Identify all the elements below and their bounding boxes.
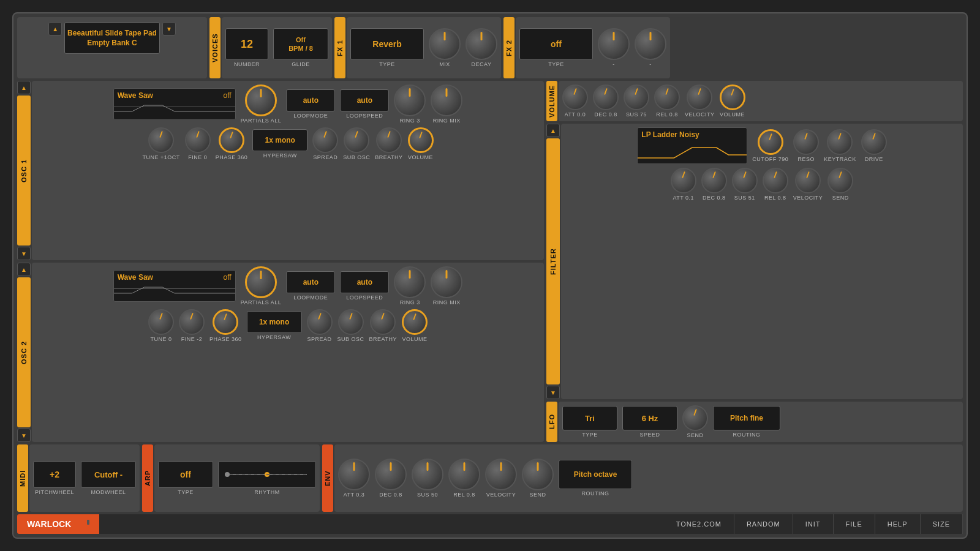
fx2-type-display[interactable]: off xyxy=(519,28,593,60)
osc2-spread-label: SPREAD xyxy=(307,336,332,342)
footer-file-btn[interactable]: FILE xyxy=(834,514,875,534)
osc1-fine-knob[interactable] xyxy=(185,127,211,153)
preset-down-arrow[interactable]: ▼ xyxy=(162,22,176,36)
filter-drive-knob[interactable] xyxy=(861,129,887,155)
footer-bar: WARLOCK TONE2.COM RANDOM INIT FILE HELP … xyxy=(17,514,963,534)
footer-init-btn[interactable]: INIT xyxy=(793,514,834,534)
env-rel-knob[interactable] xyxy=(448,459,480,490)
osc2-wave-display[interactable]: Wave Saw off xyxy=(113,270,236,302)
osc1-ringmix-knob[interactable] xyxy=(431,84,462,116)
midi-modwheel-display[interactable]: Cutoff - xyxy=(81,461,136,488)
footer-size-btn[interactable]: SIZE xyxy=(921,514,963,534)
osc2-tune-knob[interactable] xyxy=(148,309,174,335)
vol-att-knob[interactable] xyxy=(562,84,588,110)
osc2-volume-knob[interactable] xyxy=(402,309,428,335)
arp-rhythm-display[interactable] xyxy=(218,461,316,488)
env-att-knob[interactable] xyxy=(338,459,370,490)
osc2-loopspeed-display[interactable]: auto xyxy=(340,271,389,293)
footer-help-btn[interactable]: HELP xyxy=(875,514,921,534)
osc1-ring3-knob[interactable] xyxy=(394,84,426,116)
filter-keytrack-knob[interactable] xyxy=(827,129,853,155)
osc1-volume-wrap: VOLUME xyxy=(408,127,434,160)
osc2-loopmode-label: LOOPMODE xyxy=(293,294,328,301)
fx1-decay-knob[interactable] xyxy=(466,28,497,60)
fx2-param1-knob[interactable] xyxy=(598,28,630,60)
env-sus-knob[interactable] xyxy=(412,459,443,490)
osc2-subosc-wrap: SUB OSC xyxy=(337,309,364,342)
osc2-ringmix-knob[interactable] xyxy=(431,266,462,298)
filt-dec-knob[interactable] xyxy=(701,168,727,193)
osc2-breathy-knob[interactable] xyxy=(370,309,396,335)
voices-number-display[interactable]: 12 xyxy=(225,28,268,60)
osc2-partials-knob[interactable] xyxy=(245,266,277,298)
filt-rel-knob[interactable] xyxy=(763,168,788,193)
filt-att-knob[interactable] xyxy=(671,168,696,193)
osc2-spread-wrap: SPREAD xyxy=(307,309,333,342)
osc1-bottom-row: TUNE +1OCT FINE 0 PHASE 360 1x mono xyxy=(142,127,433,160)
midi-pitchwheel-display[interactable]: +2 xyxy=(33,461,76,488)
lfo-speed-display[interactable]: 6 Hz xyxy=(622,406,677,430)
lfo-type-display[interactable]: Tri xyxy=(562,406,617,430)
osc1-wave-display[interactable]: Wave Saw off xyxy=(113,88,236,120)
voices-glide-display[interactable]: Off BPM / 8 xyxy=(273,28,328,60)
env-send-knob[interactable] xyxy=(522,459,554,490)
osc1-spread-knob[interactable] xyxy=(312,127,338,153)
filt-velocity-knob[interactable] xyxy=(795,168,821,193)
osc2-ring3-knob[interactable] xyxy=(394,266,426,298)
env-section: ENV ATT 0.3 DEC 0.8 SUS 50 REL 0.8 xyxy=(322,444,963,512)
vol-rel-knob[interactable] xyxy=(654,84,680,110)
osc1-up-arrow[interactable]: ▲ xyxy=(17,81,31,94)
osc1-subosc-knob[interactable] xyxy=(344,127,369,153)
vol-dec-knob[interactable] xyxy=(593,84,619,110)
env-routing-display[interactable]: Pitch octave xyxy=(559,460,632,489)
fx1-type-display[interactable]: Reverb xyxy=(350,28,424,60)
osc1-down-arrow[interactable]: ▼ xyxy=(17,247,31,260)
vol-volume-knob[interactable] xyxy=(720,84,745,110)
filter-panel: LP Ladder Noisy CUTOFF 790 RESO xyxy=(561,124,963,399)
lfo-routing-label: ROUTING xyxy=(733,432,761,438)
osc2-subosc-knob[interactable] xyxy=(338,309,364,335)
osc1-section: ▲ OSC 1 ▼ Wave Saw off xyxy=(17,81,544,260)
fx1-mix-knob[interactable] xyxy=(429,28,461,60)
preset-up-arrow[interactable]: ▲ xyxy=(48,22,62,36)
vol-sus-knob[interactable] xyxy=(624,84,649,110)
vol-velocity-knob[interactable] xyxy=(687,84,712,110)
osc1-loopmode-display[interactable]: auto xyxy=(286,89,335,111)
env-dec-knob[interactable] xyxy=(375,459,407,490)
osc2-hypersaw-display[interactable]: 1x mono xyxy=(247,311,302,333)
osc1-volume-knob[interactable] xyxy=(408,127,434,153)
right-column: VOLUME ATT 0.0 DEC 0.8 SUS 75 xyxy=(546,81,963,442)
osc1-phase-knob[interactable] xyxy=(219,127,244,153)
osc1-breathy-knob[interactable] xyxy=(376,127,402,153)
footer-tone2-btn[interactable]: TONE2.COM xyxy=(664,514,734,534)
osc1-hypersaw-display[interactable]: 1x mono xyxy=(252,129,307,151)
osc1-tune-knob[interactable] xyxy=(148,127,174,153)
osc2-spread-knob[interactable] xyxy=(307,309,333,335)
lfo-send-knob[interactable] xyxy=(682,405,708,431)
osc2-fine-knob[interactable] xyxy=(179,309,205,335)
osc2-phase-knob[interactable] xyxy=(213,309,238,335)
osc1-wave-label: Wave Saw xyxy=(118,91,153,100)
filter-down-arrow[interactable]: ▼ xyxy=(546,386,560,399)
lfo-routing-display[interactable]: Pitch fine xyxy=(713,406,780,430)
osc2-label: OSC 2 xyxy=(17,277,31,427)
fx2-type-wrap: off TYPE xyxy=(519,28,593,67)
osc2-up-arrow[interactable]: ▲ xyxy=(17,263,31,276)
filt-sus-knob[interactable] xyxy=(732,168,758,193)
fx1-panel: Reverb TYPE MIX DECAY xyxy=(347,17,501,78)
osc2-down-arrow[interactable]: ▼ xyxy=(17,429,31,442)
filter-up-arrow[interactable]: ▲ xyxy=(546,124,560,137)
osc1-loopspeed-display[interactable]: auto xyxy=(340,89,389,111)
env-velocity-knob[interactable] xyxy=(485,459,517,490)
filter-display[interactable]: LP Ladder Noisy xyxy=(637,127,747,164)
osc2-loopmode-display[interactable]: auto xyxy=(286,271,335,293)
fx2-param2-knob[interactable] xyxy=(635,28,666,60)
filter-cutoff-knob[interactable] xyxy=(758,129,783,155)
arp-type-display[interactable]: off xyxy=(158,461,213,488)
osc2-phase-wrap: PHASE 360 xyxy=(209,309,242,342)
osc1-partials-knob[interactable] xyxy=(245,84,277,116)
footer-random-btn[interactable]: RANDOM xyxy=(734,514,793,534)
filter-reso-knob[interactable] xyxy=(793,129,819,155)
filt-send-knob[interactable] xyxy=(827,168,853,193)
osc-area: ▲ OSC 1 ▼ Wave Saw off xyxy=(17,81,544,442)
